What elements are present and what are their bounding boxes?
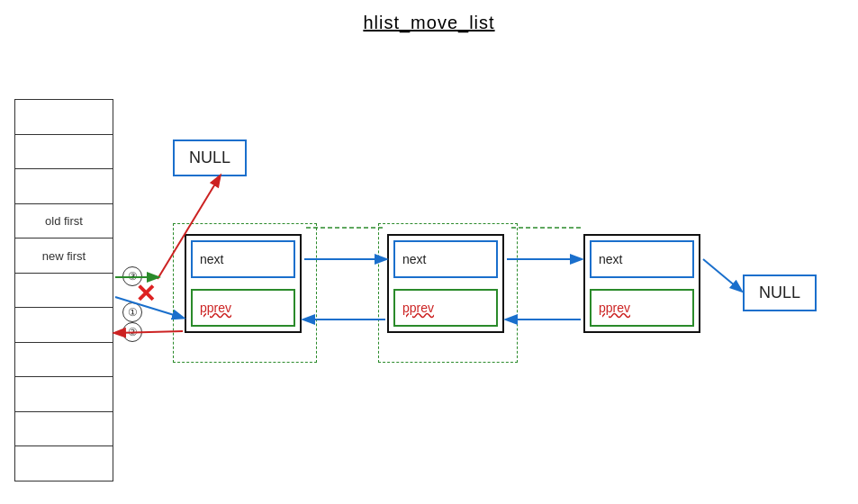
null-top-box: NULL: [173, 140, 247, 176]
svg-line-6: [703, 259, 741, 291]
red-x: ✕: [135, 279, 156, 309]
hash-row-6: [14, 273, 113, 309]
node-2: next pprev: [387, 234, 504, 333]
node2-next: next: [393, 240, 498, 278]
hash-row-9: [14, 376, 113, 412]
hash-row-7: [14, 307, 113, 343]
node3-next: next: [590, 240, 694, 278]
node-3: next pprev: [583, 234, 700, 333]
page-title: hlist_move_list: [0, 0, 858, 33]
circle-2: ②: [122, 322, 142, 342]
hash-row-new-first: new first: [14, 238, 113, 274]
null-right-box: NULL: [743, 274, 817, 311]
hash-table: old first new first: [14, 99, 113, 481]
node1-pprev: pprev: [191, 289, 295, 327]
hash-row-11: [14, 446, 113, 482]
hash-row-3: [14, 168, 113, 204]
node3-pprev: pprev: [590, 289, 694, 327]
hash-row-old-first: old first: [14, 203, 113, 239]
hash-row-10: [14, 411, 113, 447]
hash-row-8: [14, 342, 113, 378]
hash-row-2: [14, 134, 113, 170]
node-1: next pprev: [185, 234, 302, 333]
node1-next: next: [191, 240, 295, 278]
node2-pprev: pprev: [393, 289, 498, 327]
hash-row-1: [14, 99, 113, 135]
